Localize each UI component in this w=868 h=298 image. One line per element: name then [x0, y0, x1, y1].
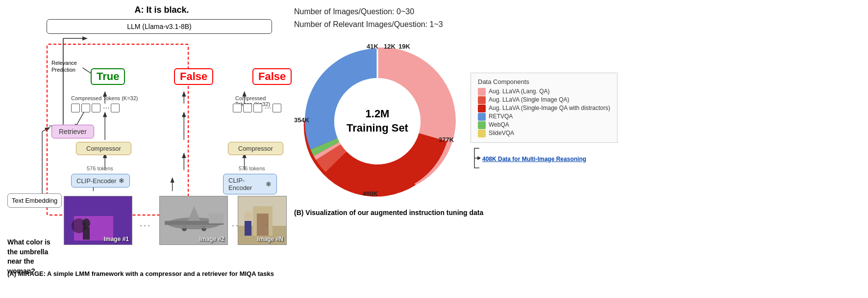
token-box — [273, 104, 281, 112]
image-1: Image #1 — [64, 196, 132, 245]
text-embedding-label: Text Embedding — [12, 197, 57, 204]
snowflake-icon-1: ❄ — [119, 177, 124, 185]
token-box — [233, 104, 242, 112]
legend-swatch-1 — [478, 96, 486, 104]
retriever-label: Retriever — [59, 128, 87, 135]
image-2: Image #2 — [159, 196, 228, 245]
clip-encoder-2: CLIP-Encoder ❄ — [223, 174, 277, 194]
chart-legend-container: 1.2M Training Set 41K 12K 19K 354K 377K … — [294, 38, 858, 205]
retriever-box: Retriever — [51, 125, 94, 138]
donut-chart: 1.2M Training Set 41K 12K 19K 354K 377K … — [294, 38, 461, 205]
legend-text-1: Aug. LLaVA (Single Image QA) — [489, 96, 570, 104]
token-box — [243, 104, 252, 112]
svg-rect-33 — [179, 227, 209, 228]
chart-label-354k: 354K — [294, 116, 309, 124]
legend-swatch-4 — [478, 121, 486, 129]
compressor-box-2: Compressor — [228, 142, 283, 155]
false-label-1: False — [174, 68, 213, 85]
legend-text-2: Aug. LLaVA (Single-Image QA with distrac… — [489, 104, 610, 112]
ellipsis-dots: ··· — [140, 220, 151, 231]
llm-label: LLM (Llama-v3.1-8B) — [127, 23, 192, 30]
bracket-link[interactable]: 408K Data for Multi-Image Reasoning — [482, 156, 586, 163]
legend-title: Data Components — [478, 78, 610, 85]
right-panel: Number of Images/Question: 0~30 Number o… — [284, 0, 868, 298]
token-boxes-2: ··· — [233, 104, 281, 112]
question-content: What color is the umbrella near the woma… — [7, 238, 50, 275]
legend-item-1: Aug. LLaVA (Single Image QA) — [478, 96, 610, 104]
false-label-2: False — [252, 68, 292, 85]
legend-text-5: SlideVQA — [489, 129, 514, 137]
svg-point-24 — [82, 218, 90, 228]
tokens-576-label-2: 576 tokens — [239, 165, 265, 171]
legend-item-4: WebQA — [478, 121, 610, 129]
token-dots: ··· — [103, 104, 109, 112]
image-n-label: Image #N — [257, 236, 283, 243]
legend-text-4: WebQA — [489, 121, 509, 129]
diagram-area: LLM (Llama-v3.1-8B) Relevance Prediction… — [7, 19, 277, 279]
svg-rect-40 — [245, 221, 251, 236]
legend-text-0: Aug. LLaVA (Lang. QA) — [489, 87, 550, 96]
bracket-annotation: 408K Data for Multi-Image Reasoning — [471, 146, 586, 170]
chart-label-19k: 19K — [398, 43, 410, 50]
legend-box: Data Components Aug. LLaVA (Lang. QA) Au… — [471, 73, 618, 143]
chart-label-377k: 377K — [439, 136, 454, 143]
clip-label-1: CLIP-Encoder — [76, 177, 117, 185]
legend-item-5: SlideVQA — [478, 129, 610, 137]
legend-area: Data Components Aug. LLaVA (Lang. QA) Au… — [471, 73, 618, 170]
clip-label-2: CLIP-Encoder — [228, 177, 264, 191]
compressor-label-1: Compressor — [86, 145, 121, 152]
token-box — [253, 104, 262, 112]
legend-swatch-5 — [478, 130, 486, 137]
legend-item-0: Aug. LLaVA (Lang. QA) — [478, 87, 610, 96]
compressor-box-1: Compressor — [76, 142, 131, 155]
answer-text: A: It is black. — [47, 5, 277, 15]
legend-item-2: Aug. LLaVA (Single-Image QA with distrac… — [478, 104, 610, 112]
image-1-label: Image #1 — [104, 236, 129, 243]
chart-label-12k: 12K — [384, 43, 396, 50]
compressed-tokens-label-1: Compressed Tokens (K=32) — [71, 95, 138, 101]
legend-item-3: RETVQA — [478, 112, 610, 121]
bracket-svg — [471, 146, 480, 170]
stats-line-1: Number of Images/Question: 0~30 — [294, 7, 858, 16]
chart-label-41k: 41K — [367, 43, 378, 50]
relevance-label: Relevance Prediction — [51, 59, 86, 74]
image-2-label: Image #2 — [199, 236, 224, 243]
svg-rect-30 — [209, 214, 223, 223]
compressor-label-2: Compressor — [238, 145, 273, 152]
chart-label-400k: 400K — [363, 190, 378, 197]
svg-rect-25 — [83, 227, 90, 240]
snowflake-icon-2: ❄ — [266, 180, 272, 188]
svg-point-38 — [265, 224, 267, 226]
image-n: Image #N — [238, 196, 287, 245]
true-label: True — [91, 68, 125, 85]
stats-line-2: Number of Relevant Images/Question: 1~3 — [294, 20, 858, 29]
legend-swatch-0 — [478, 88, 486, 96]
caption-a: (A) MIRAGE: A simple LMM framework with … — [7, 270, 274, 277]
left-panel: A: It is black. — [0, 0, 284, 298]
token-boxes-1: ··· — [71, 104, 120, 112]
legend-swatch-3 — [478, 113, 486, 121]
text-embedding-box: Text Embedding — [7, 193, 62, 208]
llm-box: LLM (Llama-v3.1-8B) — [47, 19, 272, 34]
donut-center-line2: Training Set — [347, 121, 408, 135]
donut-center-line1: 1.2M — [347, 107, 408, 121]
donut-center-text: 1.2M Training Set — [347, 107, 408, 135]
token-box — [92, 104, 100, 112]
token-box — [111, 104, 120, 112]
svg-point-39 — [244, 211, 252, 221]
legend-items: Aug. LLaVA (Lang. QA) Aug. LLaVA (Single… — [478, 87, 610, 137]
caption-b: (B) Visualization of our augmented instr… — [294, 209, 858, 217]
token-box — [81, 104, 90, 112]
token-dots-2: ··· — [265, 104, 271, 112]
token-box — [71, 104, 80, 112]
legend-swatch-2 — [478, 105, 486, 112]
clip-encoder-1: CLIP-Encoder ❄ — [71, 174, 130, 188]
tokens-576-label-1: 576 tokens — [87, 165, 113, 171]
legend-text-3: RETVQA — [489, 112, 513, 121]
